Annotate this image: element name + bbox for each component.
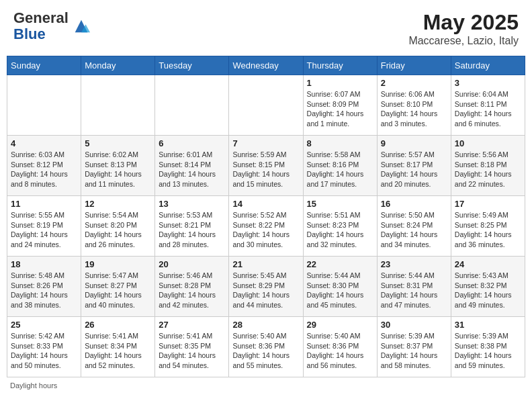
day-info: Sunrise: 6:06 AM Sunset: 8:10 PM Dayligh…: [381, 89, 447, 129]
calendar-cell: 11Sunrise: 5:55 AM Sunset: 8:19 PM Dayli…: [7, 196, 81, 257]
day-info: Sunrise: 5:40 AM Sunset: 8:36 PM Dayligh…: [232, 331, 299, 371]
calendar-cell: 20Sunrise: 5:46 AM Sunset: 8:28 PM Dayli…: [155, 257, 229, 317]
day-info: Sunrise: 6:01 AM Sunset: 8:14 PM Dayligh…: [159, 150, 225, 189]
day-number: 28: [232, 320, 299, 330]
calendar-cell: 26Sunrise: 5:41 AM Sunset: 8:34 PM Dayli…: [81, 317, 155, 377]
day-number: 16: [381, 199, 447, 209]
day-info: Sunrise: 5:43 AM Sunset: 8:32 PM Dayligh…: [455, 271, 521, 310]
title-month: May 2025: [408, 10, 519, 35]
day-info: Sunrise: 5:41 AM Sunset: 8:35 PM Dayligh…: [159, 331, 225, 371]
calendar-cell: 22Sunrise: 5:44 AM Sunset: 8:30 PM Dayli…: [303, 257, 377, 317]
day-number: 14: [232, 199, 299, 209]
calendar-day-header: Friday: [377, 56, 451, 75]
calendar-cell: 6Sunrise: 6:01 AM Sunset: 8:14 PM Daylig…: [155, 136, 229, 196]
day-number: 10: [455, 138, 521, 148]
calendar-cell: 12Sunrise: 5:54 AM Sunset: 8:20 PM Dayli…: [81, 196, 155, 257]
calendar-cell: 29Sunrise: 5:40 AM Sunset: 8:36 PM Dayli…: [303, 317, 377, 377]
page-header: General Blue May 2025 Maccarese, Lazio, …: [7, 7, 525, 50]
calendar-cell: 27Sunrise: 5:41 AM Sunset: 8:35 PM Dayli…: [155, 317, 229, 377]
day-number: 17: [455, 199, 521, 209]
calendar-footer: Daylight hours: [7, 381, 525, 390]
calendar-day-header: Wednesday: [229, 56, 303, 75]
calendar-day-header: Saturday: [451, 56, 525, 75]
day-info: Sunrise: 6:04 AM Sunset: 8:11 PM Dayligh…: [455, 89, 521, 129]
day-info: Sunrise: 6:03 AM Sunset: 8:12 PM Dayligh…: [11, 150, 77, 189]
calendar-cell: 18Sunrise: 5:48 AM Sunset: 8:26 PM Dayli…: [7, 257, 81, 317]
day-info: Sunrise: 5:45 AM Sunset: 8:29 PM Dayligh…: [232, 271, 299, 310]
calendar-cell: 31Sunrise: 5:39 AM Sunset: 8:38 PM Dayli…: [451, 317, 525, 377]
calendar-cell: 28Sunrise: 5:40 AM Sunset: 8:36 PM Dayli…: [229, 317, 303, 377]
day-number: 30: [381, 320, 447, 330]
calendar-cell: 5Sunrise: 6:02 AM Sunset: 8:13 PM Daylig…: [81, 136, 155, 196]
title-block: May 2025 Maccarese, Lazio, Italy: [408, 10, 519, 47]
day-number: 8: [307, 138, 373, 148]
calendar-cell: 30Sunrise: 5:39 AM Sunset: 8:37 PM Dayli…: [377, 317, 451, 377]
calendar-cell: 3Sunrise: 6:04 AM Sunset: 8:11 PM Daylig…: [451, 75, 525, 136]
calendar-cell: 2Sunrise: 6:06 AM Sunset: 8:10 PM Daylig…: [377, 75, 451, 136]
calendar-cell: 13Sunrise: 5:53 AM Sunset: 8:21 PM Dayli…: [155, 196, 229, 257]
day-info: Sunrise: 5:44 AM Sunset: 8:31 PM Dayligh…: [381, 271, 447, 310]
day-number: 24: [455, 259, 521, 269]
calendar-cell: 21Sunrise: 5:45 AM Sunset: 8:29 PM Dayli…: [229, 257, 303, 317]
day-info: Sunrise: 5:57 AM Sunset: 8:17 PM Dayligh…: [381, 150, 447, 189]
day-info: Sunrise: 5:52 AM Sunset: 8:22 PM Dayligh…: [232, 210, 299, 250]
logo-general-text: General: [13, 9, 69, 26]
calendar-cell: 14Sunrise: 5:52 AM Sunset: 8:22 PM Dayli…: [229, 196, 303, 257]
day-info: Sunrise: 5:42 AM Sunset: 8:33 PM Dayligh…: [11, 331, 77, 371]
day-number: 6: [159, 138, 225, 148]
calendar-week-row: 4Sunrise: 6:03 AM Sunset: 8:12 PM Daylig…: [7, 136, 525, 196]
calendar-cell: 7Sunrise: 5:59 AM Sunset: 8:15 PM Daylig…: [229, 136, 303, 196]
day-info: Sunrise: 5:53 AM Sunset: 8:21 PM Dayligh…: [159, 210, 225, 250]
day-number: 11: [11, 199, 77, 209]
day-info: Sunrise: 5:40 AM Sunset: 8:36 PM Dayligh…: [307, 331, 373, 371]
day-info: Sunrise: 5:50 AM Sunset: 8:24 PM Dayligh…: [381, 210, 447, 250]
day-number: 7: [232, 138, 299, 148]
day-number: 15: [307, 199, 373, 209]
day-info: Sunrise: 5:47 AM Sunset: 8:27 PM Dayligh…: [85, 271, 151, 310]
day-info: Sunrise: 5:39 AM Sunset: 8:38 PM Dayligh…: [455, 331, 521, 371]
calendar-cell: 9Sunrise: 5:57 AM Sunset: 8:17 PM Daylig…: [377, 136, 451, 196]
calendar-header-row: SundayMondayTuesdayWednesdayThursdayFrid…: [7, 56, 525, 75]
day-info: Sunrise: 5:55 AM Sunset: 8:19 PM Dayligh…: [11, 210, 77, 250]
calendar-day-header: Monday: [81, 56, 155, 75]
calendar-week-row: 11Sunrise: 5:55 AM Sunset: 8:19 PM Dayli…: [7, 196, 525, 257]
calendar-cell: 16Sunrise: 5:50 AM Sunset: 8:24 PM Dayli…: [377, 196, 451, 257]
day-number: 21: [232, 259, 299, 269]
day-number: 19: [85, 259, 151, 269]
day-number: 2: [381, 78, 447, 88]
calendar-cell: 23Sunrise: 5:44 AM Sunset: 8:31 PM Dayli…: [377, 257, 451, 317]
day-number: 23: [381, 259, 447, 269]
day-info: Sunrise: 5:51 AM Sunset: 8:23 PM Dayligh…: [307, 210, 373, 250]
logo-blue-text: Blue: [13, 26, 46, 42]
day-number: 13: [159, 199, 225, 209]
calendar-cell: 1Sunrise: 6:07 AM Sunset: 8:09 PM Daylig…: [303, 75, 377, 136]
calendar-day-header: Thursday: [303, 56, 377, 75]
logo: General Blue: [13, 10, 91, 42]
day-number: 3: [455, 78, 521, 88]
calendar-week-row: 1Sunrise: 6:07 AM Sunset: 8:09 PM Daylig…: [7, 75, 525, 136]
day-number: 26: [85, 320, 151, 330]
logo-icon: [72, 17, 91, 36]
day-info: Sunrise: 5:46 AM Sunset: 8:28 PM Dayligh…: [159, 271, 225, 310]
calendar-cell: 4Sunrise: 6:03 AM Sunset: 8:12 PM Daylig…: [7, 136, 81, 196]
calendar-cell: 8Sunrise: 5:58 AM Sunset: 8:16 PM Daylig…: [303, 136, 377, 196]
calendar-cell: [81, 75, 155, 136]
title-location: Maccarese, Lazio, Italy: [408, 35, 519, 47]
day-number: 12: [85, 199, 151, 209]
day-number: 18: [11, 259, 77, 269]
day-number: 25: [11, 320, 77, 330]
day-info: Sunrise: 5:39 AM Sunset: 8:37 PM Dayligh…: [381, 331, 447, 371]
calendar-cell: 17Sunrise: 5:49 AM Sunset: 8:25 PM Dayli…: [451, 196, 525, 257]
calendar-cell: 10Sunrise: 5:56 AM Sunset: 8:18 PM Dayli…: [451, 136, 525, 196]
day-info: Sunrise: 6:07 AM Sunset: 8:09 PM Dayligh…: [307, 89, 373, 129]
day-info: Sunrise: 5:44 AM Sunset: 8:30 PM Dayligh…: [307, 271, 373, 310]
calendar-cell: 24Sunrise: 5:43 AM Sunset: 8:32 PM Dayli…: [451, 257, 525, 317]
calendar-cell: 25Sunrise: 5:42 AM Sunset: 8:33 PM Dayli…: [7, 317, 81, 377]
calendar-week-row: 25Sunrise: 5:42 AM Sunset: 8:33 PM Dayli…: [7, 317, 525, 377]
calendar-table: SundayMondayTuesdayWednesdayThursdayFrid…: [7, 56, 525, 377]
day-info: Sunrise: 5:54 AM Sunset: 8:20 PM Dayligh…: [85, 210, 151, 250]
calendar-cell: [229, 75, 303, 136]
day-number: 1: [307, 78, 373, 88]
day-number: 5: [85, 138, 151, 148]
day-number: 4: [11, 138, 77, 148]
